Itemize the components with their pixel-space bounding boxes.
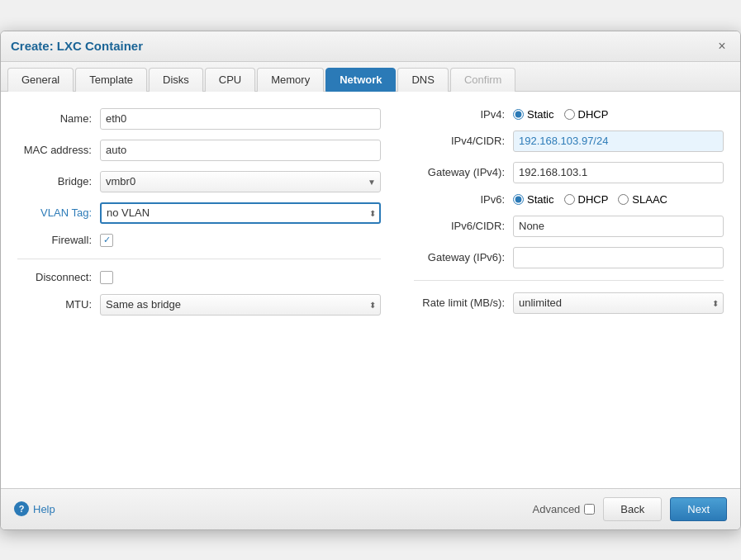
ipv4-static-radio[interactable] [513,109,524,120]
ipv6-cidr-input[interactable] [513,216,724,237]
gateway-ipv4-input[interactable] [513,162,724,183]
mac-input[interactable] [100,140,381,161]
firewall-label: Firewall: [17,234,100,246]
firewall-row: Firewall: [17,234,381,247]
gateway-ipv4-row: Gateway (IPv4): [414,162,724,183]
firewall-checkbox[interactable] [100,234,113,247]
advanced-label[interactable]: Advanced [533,503,596,515]
ipv6-static-radio[interactable] [513,194,524,205]
gateway-ipv6-row: Gateway (IPv6): [414,247,724,268]
tab-confirm: Confirm [450,68,516,92]
dialog-header: Create: LXC Container × [1,31,740,62]
ipv6-row: IPv6: Static DHCP SLAAC [414,193,724,206]
name-input[interactable] [100,108,381,130]
ipv6-label: IPv6: [414,193,513,206]
ipv6-dhcp-label: DHCP [578,193,609,206]
dialog-title: Create: LXC Container [11,39,143,53]
vlan-label: VLAN Tag: [17,206,100,219]
mtu-select[interactable]: Same as bridge [100,294,381,316]
help-button[interactable]: ? Help [14,501,55,516]
ipv4-cidr-row: IPv4/CIDR: [414,131,724,152]
advanced-text: Advanced [533,503,581,515]
disconnect-checkbox[interactable] [100,271,113,284]
separator-1 [17,259,381,259]
tab-general[interactable]: General [7,68,74,92]
form-left: Name: MAC address: Bridge: vmbr0 ▼ [17,108,381,325]
form-section: Name: MAC address: Bridge: vmbr0 ▼ [17,108,724,325]
ipv4-cidr-input[interactable] [513,131,724,152]
mtu-select-wrapper: Same as bridge ⬍ [100,294,381,316]
ipv4-dhcp-option[interactable]: DHCP [564,108,609,121]
bridge-select-wrapper: vmbr0 ▼ [100,171,381,192]
vlan-row: VLAN Tag: no VLAN ⬍ [17,202,381,224]
footer-left: ? Help [14,501,55,516]
ipv6-static-label: Static [527,193,554,206]
bridge-label: Bridge: [17,175,100,187]
name-row: Name: [17,108,381,130]
help-icon: ? [14,501,29,516]
ipv4-static-label: Static [527,108,554,121]
help-label: Help [33,503,55,515]
ipv4-row: IPv4: Static DHCP [414,108,724,121]
rate-select-wrapper: unlimited ⬍ [513,292,724,314]
separator-2 [414,280,724,281]
create-lxc-dialog: Create: LXC Container × General Template… [0,31,741,530]
ipv4-radio-group: Static DHCP [513,108,608,121]
gateway-ipv6-input[interactable] [513,247,724,268]
ipv6-cidr-label: IPv6/CIDR: [414,220,513,232]
mac-label: MAC address: [17,144,100,156]
rate-select[interactable]: unlimited [513,292,724,314]
ipv4-label: IPv4: [414,108,513,121]
vlan-select-wrapper: no VLAN ⬍ [100,202,381,224]
gateway-ipv4-label: Gateway (IPv4): [414,166,513,178]
footer-right: Advanced Back Next [533,497,727,521]
ipv6-slaac-label: SLAAC [632,193,667,206]
ipv6-dhcp-radio[interactable] [564,194,575,205]
form-right: IPv4: Static DHCP IPv4/CIDR: [414,108,724,325]
ipv4-dhcp-radio[interactable] [564,109,575,120]
advanced-checkbox[interactable] [584,504,595,515]
disconnect-row: Disconnect: [17,271,381,284]
ipv6-dhcp-option[interactable]: DHCP [564,193,609,206]
rate-label: Rate limit (MB/s): [414,297,513,309]
gateway-ipv6-label: Gateway (IPv6): [414,251,513,263]
close-button[interactable]: × [714,38,730,55]
tab-template[interactable]: Template [75,68,147,92]
tab-disks[interactable]: Disks [149,68,203,92]
dialog-body: Name: MAC address: Bridge: vmbr0 ▼ [1,92,740,488]
bridge-select[interactable]: vmbr0 [100,171,381,192]
ipv4-cidr-label: IPv4/CIDR: [414,135,513,147]
back-button[interactable]: Back [603,497,662,521]
rate-row: Rate limit (MB/s): unlimited ⬍ [414,292,724,314]
name-label: Name: [17,112,100,125]
mtu-row: MTU: Same as bridge ⬍ [17,294,381,316]
bridge-row: Bridge: vmbr0 ▼ [17,171,381,192]
ipv6-cidr-row: IPv6/CIDR: [414,216,724,237]
tab-dns[interactable]: DNS [397,68,448,92]
mtu-label: MTU: [17,298,100,311]
disconnect-label: Disconnect: [17,271,100,283]
vlan-select[interactable]: no VLAN [100,202,381,224]
ipv4-dhcp-label: DHCP [578,108,609,121]
next-button[interactable]: Next [670,497,727,521]
tab-bar: General Template Disks CPU Memory Networ… [1,62,740,92]
ipv6-slaac-option[interactable]: SLAAC [618,193,667,206]
ipv6-static-option[interactable]: Static [513,193,554,206]
ipv6-slaac-radio[interactable] [618,194,629,205]
tab-cpu[interactable]: CPU [205,68,255,92]
tab-network[interactable]: Network [325,68,396,92]
ipv4-static-option[interactable]: Static [513,108,554,121]
ipv6-radio-group: Static DHCP SLAAC [513,193,667,206]
tab-memory[interactable]: Memory [257,68,324,92]
mac-row: MAC address: [17,140,381,161]
dialog-footer: ? Help Advanced Back Next [1,488,740,529]
